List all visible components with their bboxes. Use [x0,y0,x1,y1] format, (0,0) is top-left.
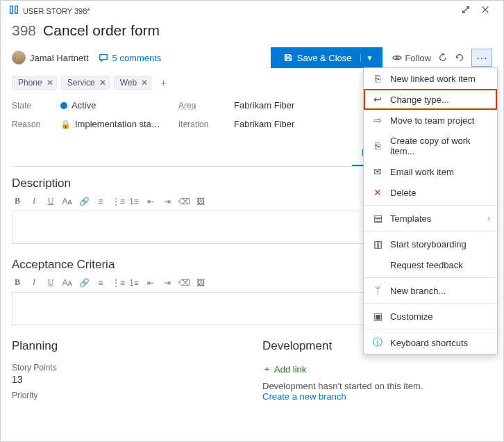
svg-point-2 [396,56,399,59]
remove-tag-icon[interactable]: ✕ [141,78,148,88]
comments-count: 5 comments [112,53,162,63]
create-branch-link[interactable]: Create a new branch [262,391,492,402]
save-button-label: Save & Close [297,53,352,63]
work-item-type-icon [9,5,19,17]
italic-button[interactable]: I [28,196,40,206]
menu-email[interactable]: ✉Email work item [364,161,497,182]
close-icon[interactable] [476,5,495,17]
image-button[interactable]: 🖼 [195,197,206,206]
font-size-button[interactable]: Aᴀ [62,278,73,288]
story-points-label: Story Points [12,363,242,373]
indent-button[interactable]: ⇥ [162,197,173,206]
titlebar: USER STORY 398* [1,1,503,21]
add-link-button[interactable]: ＋ Add link [262,363,492,375]
italic-button[interactable]: I [28,277,40,288]
image-button[interactable]: 🖼 [195,278,206,288]
ellipsis-icon: ⋯ [476,51,488,65]
refresh-button[interactable] [438,53,448,63]
templates-icon: ▤ [372,213,383,224]
comment-icon [99,53,108,63]
save-dropdown-caret[interactable]: ▼ [360,54,379,62]
menu-shortcuts[interactable]: ⓘKeyboard shortcuts [364,332,497,354]
outdent-button[interactable]: ⇤ [145,197,156,206]
remove-tag-icon[interactable]: ✕ [47,78,53,88]
avatar [12,51,26,65]
menu-move-team[interactable]: ⇨Move to team project [364,110,497,131]
reason-value[interactable]: 🔒Implementation sta… [60,119,171,129]
state-value[interactable]: Active [60,100,171,110]
format-button[interactable]: ≡ [95,278,106,288]
bold-button[interactable]: B [12,277,23,288]
add-tag-button[interactable]: ＋ [156,75,171,90]
work-item-title[interactable]: Cancel order form [43,22,160,39]
remove-tag-icon[interactable]: ✕ [99,78,106,88]
menu-storyboard[interactable]: ▥Start storyboarding [364,234,497,254]
menu-feedback[interactable]: Request feedback [364,254,497,275]
menu-delete[interactable]: ✕Delete [364,182,497,203]
bold-button[interactable]: B [12,196,23,206]
menu-templates[interactable]: ▤Templates› [364,208,497,229]
copy-icon: ⎘ [372,140,383,152]
swap-icon: ↩ [372,94,383,105]
reason-label: Reason [12,120,53,129]
tag-web[interactable]: Web✕ [114,76,151,90]
svg-rect-1 [15,6,18,14]
feedback-icon [372,259,383,270]
clear-button[interactable]: ⌫ [178,197,190,206]
work-item-window: USER STORY 398* 398 Cancel order form Ja… [0,0,504,442]
menu-create-copy[interactable]: ⎘Create copy of work item... [364,131,497,161]
titlebar-label: USER STORY 398* [23,7,90,15]
link-button[interactable]: 🔗 [78,197,90,206]
lock-icon: 🔒 [60,120,71,129]
format-button[interactable]: ≡ [95,197,106,206]
indent-button[interactable]: ⇥ [162,278,173,288]
more-actions-button[interactable]: ⋯ [471,49,492,67]
save-close-button[interactable]: Save & Close ▼ [271,47,383,68]
underline-button[interactable]: U [45,277,56,288]
bullet-list-button[interactable]: ⋮≡ [112,197,123,206]
follow-button[interactable]: Follow [392,53,431,63]
story-points-value[interactable]: 13 [12,374,242,385]
header: 398 Cancel order form [1,21,503,44]
menu-separator [364,231,497,231]
state-label: State [12,101,53,110]
assignee-name: Jamal Hartnett [30,53,89,63]
storyboard-icon: ▥ [372,238,383,249]
tag-service[interactable]: Service✕ [61,76,110,90]
link-button[interactable]: 🔗 [78,278,90,288]
customize-icon: ▣ [372,311,383,322]
menu-change-type[interactable]: ↩Change type... [364,89,497,110]
bullet-list-button[interactable]: ⋮≡ [112,278,123,288]
menu-new-linked[interactable]: ⎘New linked work item [364,68,497,89]
clear-button[interactable]: ⌫ [178,278,190,288]
planning-heading: Planning [12,329,242,357]
menu-separator [364,205,497,206]
branch-icon: ᛘ [372,285,383,296]
outdent-button[interactable]: ⇤ [145,278,156,288]
plus-icon: ＋ [262,363,271,375]
underline-button[interactable]: U [45,196,56,206]
work-item-id: 398 [12,22,36,39]
actions-group: Follow ⋯ [392,49,492,67]
undo-button[interactable] [455,53,464,63]
chevron-right-icon: › [487,213,490,223]
menu-branch[interactable]: ᛘNew branch... [364,280,497,301]
comments-button[interactable]: 5 comments [99,53,162,63]
eye-icon [392,53,402,63]
svg-rect-0 [10,6,13,14]
refresh-icon [438,53,448,63]
number-list-button[interactable]: 1≡ [128,197,140,206]
development-text: Development hasn't started on this item. [262,381,492,391]
menu-separator [364,329,497,329]
font-size-button[interactable]: Aᴀ [62,197,73,206]
tag-phone[interactable]: Phone✕ [12,76,57,90]
menu-customize[interactable]: ▣Customize [364,306,497,327]
link-plus-icon: ⎘ [372,73,383,84]
more-actions-menu: ⎘New linked work item ↩Change type... ⇨M… [363,67,498,354]
assignee-picker[interactable]: Jamal Hartnett [12,51,89,65]
number-list-button[interactable]: 1≡ [128,278,140,288]
follow-label: Follow [405,53,431,63]
iteration-label: Iteration [178,120,227,129]
info-icon: ⓘ [372,336,383,349]
maximize-icon[interactable] [456,5,476,17]
